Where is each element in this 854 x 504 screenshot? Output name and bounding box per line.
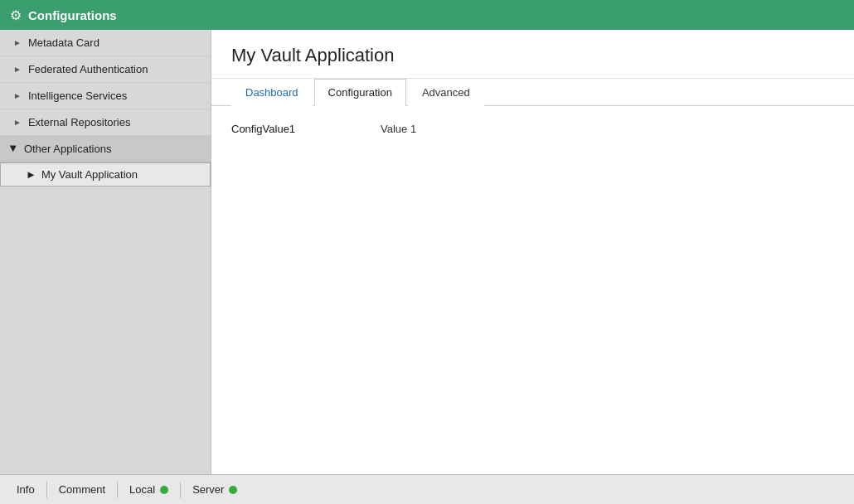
info-button[interactable]: Info xyxy=(7,480,45,499)
local-label: Local xyxy=(129,483,155,496)
chevron-right-icon: ► xyxy=(26,168,36,181)
chevron-right-icon: ► xyxy=(13,65,22,74)
sidebar-label-metadata-card: Metadata Card xyxy=(28,36,99,49)
chevron-right-icon: ► xyxy=(13,38,22,47)
footer-separator-3 xyxy=(180,482,181,498)
page-title: My Vault Application xyxy=(231,45,834,66)
main-layout: ► Metadata Card ► Federated Authenticati… xyxy=(0,30,854,474)
sidebar-item-my-vault-application[interactable]: ► My Vault Application xyxy=(0,162,211,187)
tab-configuration[interactable]: Configuration xyxy=(314,79,406,106)
tab-dashboard[interactable]: Dashboard xyxy=(231,79,313,106)
sidebar-label-federated-auth: Federated Authentication xyxy=(28,63,148,75)
tab-bar: Dashboard Configuration Advanced xyxy=(211,79,854,106)
tab-advanced[interactable]: Advanced xyxy=(408,79,484,106)
gear-icon: ⚙ xyxy=(10,7,22,23)
server-button[interactable]: Server xyxy=(182,480,247,499)
footer: Info Comment Local Server xyxy=(0,474,854,504)
server-label: Server xyxy=(192,483,224,496)
app-title: Configurations xyxy=(28,8,117,22)
sidebar-label-external-repositories: External Repositories xyxy=(28,116,131,128)
content-area: My Vault Application Dashboard Configura… xyxy=(211,30,854,474)
sidebar-item-federated-auth[interactable]: ► Federated Authentication xyxy=(0,56,211,83)
config-key: ConfigValue1 xyxy=(231,119,381,138)
chevron-right-icon: ► xyxy=(13,118,22,127)
table-row: ConfigValue1 Value 1 xyxy=(231,119,834,138)
sidebar: ► Metadata Card ► Federated Authenticati… xyxy=(0,30,211,474)
sidebar-label-intelligence-services: Intelligence Services xyxy=(28,90,127,102)
config-value: Value 1 xyxy=(381,119,834,138)
server-status-dot xyxy=(229,486,237,494)
sidebar-item-intelligence-services[interactable]: ► Intelligence Services xyxy=(0,83,211,109)
sidebar-section-other-applications[interactable]: ► Other Applications xyxy=(0,136,211,162)
sidebar-item-metadata-card[interactable]: ► Metadata Card xyxy=(0,30,211,56)
sidebar-section-label-other-applications: Other Applications xyxy=(24,143,112,155)
config-table: ConfigValue1 Value 1 xyxy=(231,119,834,138)
footer-separator-2 xyxy=(117,482,118,498)
sidebar-item-external-repositories[interactable]: ► External Repositories xyxy=(0,109,211,136)
chevron-down-icon: ► xyxy=(7,143,20,154)
local-status-dot xyxy=(160,486,168,494)
sidebar-label-my-vault-application: My Vault Application xyxy=(41,168,138,181)
comment-button[interactable]: Comment xyxy=(49,480,115,499)
content-header: My Vault Application xyxy=(211,30,854,79)
app-header: ⚙ Configurations xyxy=(0,0,854,30)
footer-separator-1 xyxy=(46,482,47,498)
tab-content-area: ConfigValue1 Value 1 xyxy=(211,106,854,474)
chevron-right-icon: ► xyxy=(13,91,22,100)
local-button[interactable]: Local xyxy=(119,480,178,499)
